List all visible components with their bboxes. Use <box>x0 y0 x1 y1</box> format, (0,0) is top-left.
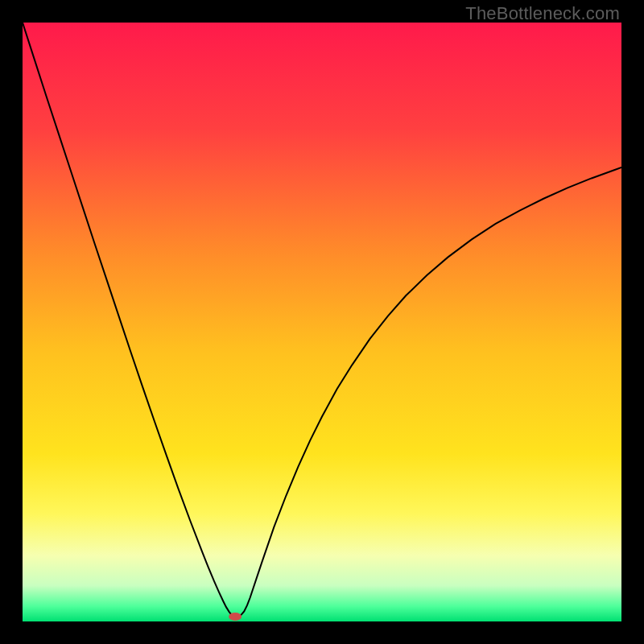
bottleneck-chart <box>23 23 621 621</box>
optimal-point-marker <box>229 613 242 621</box>
chart-background <box>23 23 621 621</box>
chart-frame <box>23 23 621 621</box>
watermark-text: TheBottleneck.com <box>465 3 620 24</box>
